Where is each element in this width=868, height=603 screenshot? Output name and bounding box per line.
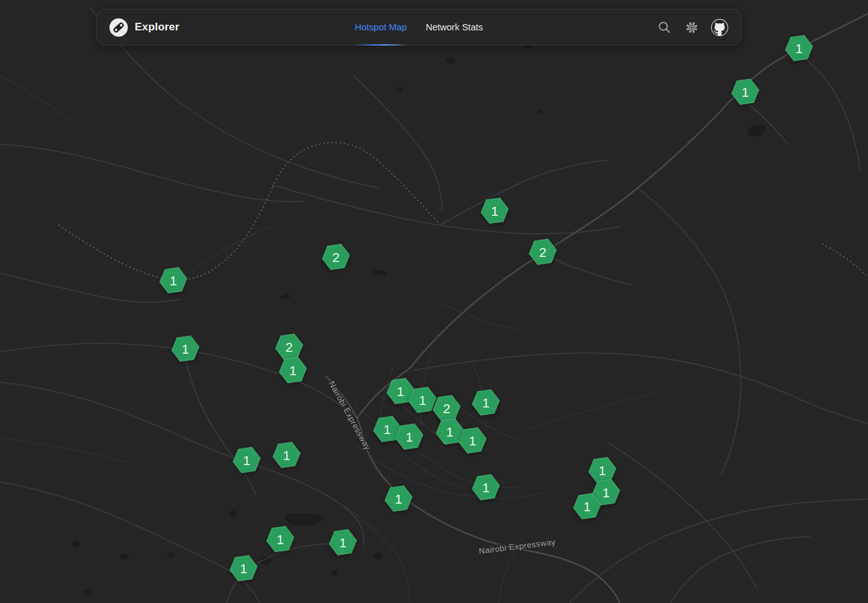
hex-count-label: 1 bbox=[741, 85, 749, 99]
hex-cluster-marker[interactable]: 1 bbox=[784, 34, 814, 63]
hex-cluster-marker[interactable]: 1 bbox=[457, 426, 488, 455]
top-navbar: Explorer Hotspot Map Network Stats bbox=[96, 9, 741, 46]
settings-gear-icon[interactable] bbox=[684, 20, 699, 35]
hex-count-label: 1 bbox=[491, 204, 499, 218]
hex-cluster-marker[interactable]: 1 bbox=[158, 266, 189, 295]
hex-count-label: 1 bbox=[602, 485, 610, 500]
hex-cluster-marker[interactable]: 2 bbox=[528, 237, 558, 266]
hex-count-label: 1 bbox=[482, 480, 490, 495]
hex-count-label: 2 bbox=[539, 245, 547, 259]
hex-cluster-marker[interactable]: 1 bbox=[394, 422, 425, 451]
hex-cluster-marker[interactable]: 1 bbox=[228, 554, 259, 583]
hex-cluster-marker[interactable]: 2 bbox=[321, 242, 351, 271]
hex-count-label: 1 bbox=[397, 384, 404, 399]
nav-actions bbox=[657, 19, 728, 36]
nav-tabs: Hotspot Map Network Stats bbox=[355, 9, 483, 45]
hex-cluster-marker[interactable]: 1 bbox=[572, 492, 602, 521]
hex-count-label: 1 bbox=[339, 535, 347, 550]
hex-cluster-layer: 111221121112111111111111111 bbox=[0, 0, 868, 603]
hex-count-label: 1 bbox=[283, 448, 290, 463]
hex-count-label: 1 bbox=[289, 363, 297, 378]
helium-logo-icon bbox=[109, 18, 128, 37]
hex-cluster-marker[interactable]: 1 bbox=[471, 388, 501, 417]
hex-count-label: 2 bbox=[285, 340, 293, 354]
hex-cluster-marker[interactable]: 1 bbox=[265, 525, 295, 554]
hex-count-label: 1 bbox=[240, 561, 247, 576]
hex-count-label: 1 bbox=[182, 342, 189, 356]
hex-cluster-marker[interactable]: 1 bbox=[730, 77, 760, 106]
map-viewport[interactable]: Nairobi Expressway Nairobi Expressway 11… bbox=[0, 0, 868, 603]
hex-count-label: 1 bbox=[383, 422, 391, 437]
hex-cluster-marker[interactable]: 1 bbox=[480, 196, 510, 225]
hex-count-label: 2 bbox=[332, 250, 340, 264]
app-title: Explorer bbox=[135, 21, 180, 34]
hex-cluster-marker[interactable]: 1 bbox=[328, 528, 358, 557]
hex-count-label: 1 bbox=[395, 492, 402, 506]
hex-count-label: 1 bbox=[598, 463, 606, 478]
hex-cluster-marker[interactable]: 1 bbox=[471, 473, 501, 502]
tab-network-stats-label: Network Stats bbox=[426, 22, 483, 32]
hex-cluster-marker[interactable]: 1 bbox=[278, 356, 308, 385]
hex-count-label: 2 bbox=[443, 401, 450, 416]
hex-count-label: 1 bbox=[482, 395, 490, 410]
hex-count-label: 1 bbox=[170, 273, 177, 288]
search-icon[interactable] bbox=[657, 20, 672, 35]
brand[interactable]: Explorer bbox=[109, 18, 180, 37]
hex-cluster-marker[interactable]: 1 bbox=[170, 334, 201, 363]
github-icon[interactable] bbox=[711, 19, 728, 36]
hex-count-label: 1 bbox=[243, 453, 251, 468]
hex-cluster-marker[interactable]: 1 bbox=[383, 484, 414, 513]
tab-network-stats[interactable]: Network Stats bbox=[426, 9, 483, 45]
hex-cluster-marker[interactable]: 1 bbox=[232, 445, 262, 475]
hex-cluster-marker[interactable]: 1 bbox=[271, 440, 302, 469]
active-tab-indicator bbox=[354, 44, 407, 46]
hex-count-label: 1 bbox=[406, 430, 413, 444]
hex-count-label: 1 bbox=[276, 532, 284, 547]
tab-hotspot-map-label: Hotspot Map bbox=[355, 22, 407, 32]
hex-count-label: 1 bbox=[469, 433, 476, 448]
tab-hotspot-map[interactable]: Hotspot Map bbox=[355, 9, 407, 45]
hex-count-label: 1 bbox=[795, 41, 803, 56]
hex-count-label: 1 bbox=[583, 499, 591, 514]
hex-count-label: 1 bbox=[419, 393, 426, 407]
hex-count-label: 1 bbox=[446, 425, 454, 439]
